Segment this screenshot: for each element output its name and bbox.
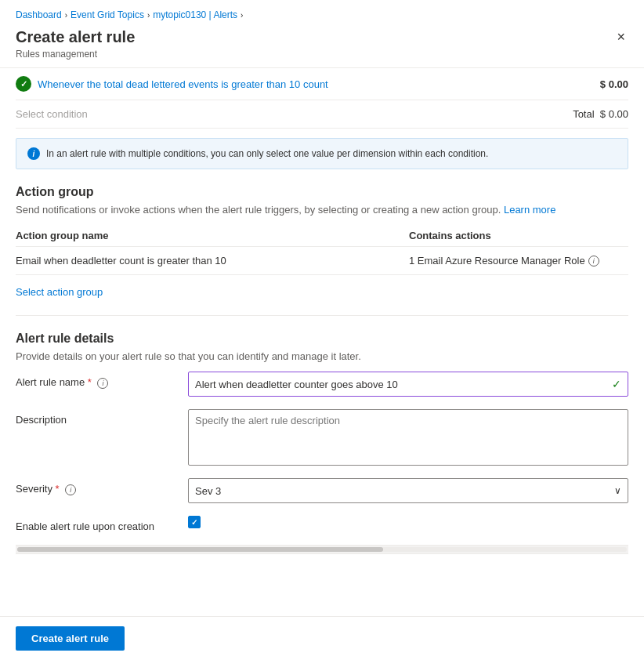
select-condition-text[interactable]: Select condition bbox=[16, 108, 88, 120]
description-input-wrap bbox=[188, 409, 628, 466]
condition-text[interactable]: Whenever the total dead lettered events … bbox=[38, 78, 328, 90]
alert-name-input-wrap: ✓ bbox=[188, 372, 628, 397]
severity-required-star: * bbox=[56, 483, 60, 495]
severity-row: Severity * i Sev 3 ∨ bbox=[16, 478, 628, 503]
enable-checkbox-row bbox=[188, 516, 628, 528]
total-text: Total $ 0.00 bbox=[573, 108, 628, 120]
severity-chevron-down-icon: ∨ bbox=[614, 485, 621, 496]
select-action-group-button[interactable]: Select action group bbox=[16, 281, 103, 303]
create-alert-rule-button[interactable]: Create alert rule bbox=[16, 626, 125, 651]
horizontal-scrollbar[interactable] bbox=[16, 545, 628, 554]
condition-check-icon bbox=[16, 76, 31, 92]
enable-label: Enable alert rule upon creation bbox=[16, 516, 188, 532]
panel-header: Create alert rule × bbox=[0, 24, 644, 49]
alert-name-input-box[interactable]: ✓ bbox=[188, 372, 628, 397]
info-banner: In an alert rule with multiple condition… bbox=[16, 138, 628, 169]
condition-row: Whenever the total dead lettered events … bbox=[16, 68, 628, 100]
breadcrumb-event-grid[interactable]: Event Grid Topics bbox=[71, 9, 144, 20]
condition-left: Whenever the total dead lettered events … bbox=[16, 76, 328, 92]
scrollbar-thumb bbox=[17, 547, 383, 552]
severity-info-icon[interactable]: i bbox=[65, 484, 76, 495]
info-banner-text: In an alert rule with multiple condition… bbox=[46, 147, 488, 161]
breadcrumb-chevron-1: › bbox=[65, 11, 67, 20]
enable-checkbox[interactable] bbox=[188, 516, 201, 528]
col-name-header: Action group name bbox=[16, 230, 409, 241]
info-icon bbox=[27, 147, 40, 160]
breadcrumb-chevron-3: › bbox=[241, 11, 243, 20]
enable-checkbox-wrap bbox=[188, 516, 628, 528]
page-title: Create alert rule bbox=[16, 27, 135, 47]
learn-more-link[interactable]: Learn more bbox=[504, 204, 555, 216]
alert-name-info-icon[interactable]: i bbox=[97, 378, 108, 389]
action-group-section: Action group Send notifications or invok… bbox=[16, 185, 628, 303]
alert-details-desc: Provide details on your alert rule so th… bbox=[16, 350, 628, 362]
row-actions-info-icon[interactable]: i bbox=[588, 256, 599, 267]
alert-name-check-icon: ✓ bbox=[612, 378, 621, 390]
col-actions-header: Contains actions bbox=[409, 230, 628, 241]
action-group-table-row: Email when deadletter count is greater t… bbox=[16, 247, 628, 275]
breadcrumb: Dashboard › Event Grid Topics › mytopic0… bbox=[0, 0, 644, 24]
breadcrumb-dashboard[interactable]: Dashboard bbox=[16, 9, 62, 20]
required-star: * bbox=[88, 376, 92, 388]
alert-name-label: Alert rule name * i bbox=[16, 372, 188, 389]
close-button[interactable]: × bbox=[613, 27, 628, 47]
description-textarea[interactable] bbox=[195, 415, 621, 458]
breadcrumb-chevron-2: › bbox=[147, 11, 150, 20]
action-group-table-header: Action group name Contains actions bbox=[16, 225, 628, 247]
scrollbar-track bbox=[17, 547, 627, 552]
severity-label: Severity * i bbox=[16, 478, 188, 495]
breadcrumb-alerts[interactable]: mytopic0130 | Alerts bbox=[153, 9, 237, 20]
action-group-desc: Send notifications or invoke actions whe… bbox=[16, 204, 628, 216]
description-textarea-wrap[interactable] bbox=[188, 409, 628, 466]
select-condition-row: Select condition Total $ 0.00 bbox=[16, 100, 628, 129]
action-group-row-name: Email when deadletter count is greater t… bbox=[16, 255, 409, 267]
create-alert-panel: Dashboard › Event Grid Topics › mytopic0… bbox=[0, 0, 644, 660]
enable-row: Enable alert rule upon creation bbox=[16, 516, 628, 532]
description-row: Description bbox=[16, 409, 628, 466]
condition-price: $ 0.00 bbox=[600, 78, 628, 90]
main-content: Whenever the total dead lettered events … bbox=[0, 68, 644, 616]
severity-select-wrap: Sev 3 ∨ bbox=[188, 478, 628, 503]
severity-select[interactable]: Sev 3 ∨ bbox=[188, 478, 628, 503]
alert-details-title: Alert rule details bbox=[16, 332, 628, 346]
action-group-row-actions: 1 Email Azure Resource Manager Role i bbox=[409, 255, 628, 267]
action-group-title: Action group bbox=[16, 185, 628, 199]
panel-subtitle: Rules management bbox=[0, 49, 644, 67]
severity-value: Sev 3 bbox=[195, 485, 221, 497]
alert-name-row: Alert rule name * i ✓ bbox=[16, 372, 628, 397]
section-divider bbox=[16, 315, 628, 316]
alert-name-input[interactable] bbox=[195, 379, 621, 390]
description-label: Description bbox=[16, 409, 188, 426]
panel-footer: Create alert rule bbox=[0, 616, 644, 660]
alert-details-section: Alert rule details Provide details on yo… bbox=[16, 332, 628, 532]
